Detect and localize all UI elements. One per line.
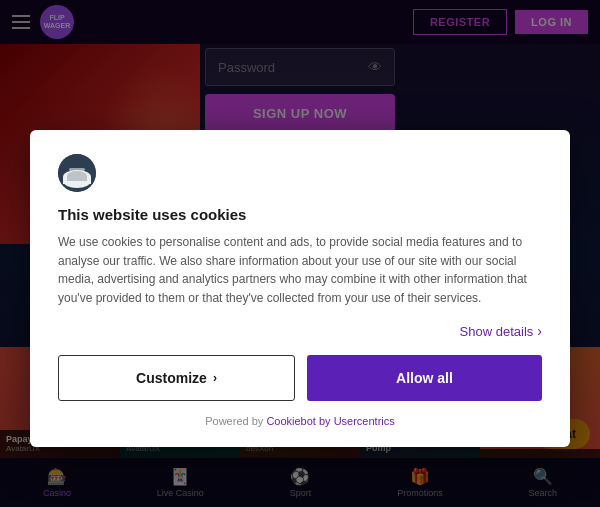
- cookie-footer: Powered by Cookiebot by Usercentrics: [58, 415, 542, 427]
- cookie-logo-icon: [58, 154, 96, 192]
- show-details-label: Show details: [460, 324, 534, 339]
- chevron-right-icon: ›: [537, 323, 542, 339]
- cookie-dialog: This website uses cookies We use cookies…: [30, 130, 570, 447]
- powered-by-prefix: Powered by: [205, 415, 266, 427]
- cookiebot-logo-svg: [58, 154, 96, 192]
- customize-button[interactable]: Customize ›: [58, 355, 295, 401]
- svg-rect-3: [69, 168, 85, 171]
- show-details-link[interactable]: Show details ›: [58, 323, 542, 339]
- customize-chevron-icon: ›: [213, 371, 217, 385]
- cookie-logo: [58, 154, 96, 192]
- svg-point-2: [67, 173, 87, 183]
- cookie-body: We use cookies to personalise content an…: [58, 233, 542, 307]
- svg-point-1: [63, 174, 91, 188]
- cookiebot-link[interactable]: Cookiebot by Usercentrics: [266, 415, 394, 427]
- cookie-actions: Customize › Allow all: [58, 355, 542, 401]
- cookie-title: This website uses cookies: [58, 206, 542, 223]
- allow-all-button[interactable]: Allow all: [307, 355, 542, 401]
